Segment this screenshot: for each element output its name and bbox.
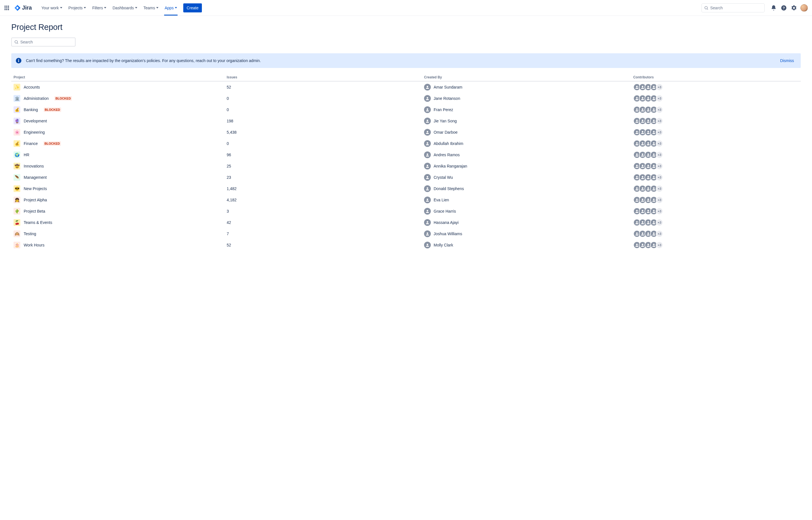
col-header-issues[interactable]: Issues	[225, 74, 422, 81]
app-switcher-icon	[4, 6, 9, 10]
contributor-more-count[interactable]: +3	[656, 162, 663, 170]
project-name: Administration	[24, 96, 49, 101]
contributor-more-count[interactable]: +3	[656, 196, 663, 204]
table-row[interactable]: 💰BankingBLOCKED0Fran Perez+3	[11, 104, 801, 115]
creator-avatar	[424, 140, 431, 147]
bell-icon	[770, 5, 777, 11]
contributor-avatar-stack[interactable]: +3	[633, 185, 663, 192]
contributor-avatar-stack[interactable]: +3	[633, 219, 663, 226]
table-row[interactable]: 🪶Management23Crystal Wu+3	[11, 172, 801, 183]
project-icon: 🤠	[14, 163, 20, 170]
contributor-avatar-stack[interactable]: +3	[633, 83, 663, 91]
contributor-more-count[interactable]: +3	[656, 241, 663, 249]
contributor-more-count[interactable]: +3	[656, 151, 663, 158]
contributor-more-count[interactable]: +3	[656, 230, 663, 237]
table-row[interactable]: 💰FinanceBLOCKED0Abdullah Ibrahim+3	[11, 138, 801, 149]
contributor-avatar-stack[interactable]: +3	[633, 208, 663, 215]
nav-item-apps[interactable]: Apps	[162, 0, 180, 16]
nav-item-projects[interactable]: Projects	[66, 0, 89, 16]
creator-name: Hassana Ajayi	[434, 220, 459, 225]
contributor-avatar-stack[interactable]: +3	[633, 129, 663, 136]
nav-item-your-work[interactable]: Your work	[38, 0, 65, 16]
project-name: Testing	[24, 232, 36, 236]
global-search-input[interactable]	[710, 6, 762, 10]
issues-count: 4,182	[225, 194, 422, 206]
table-row[interactable]: 🙉Testing7Joshua Williams+3	[11, 228, 801, 239]
page-search[interactable]	[11, 37, 76, 47]
app-switcher-button[interactable]	[2, 3, 11, 12]
contributor-more-count[interactable]: +3	[656, 219, 663, 226]
contributor-more-count[interactable]: +3	[656, 106, 663, 113]
col-header-created-by[interactable]: Created By	[422, 74, 631, 81]
settings-button[interactable]	[789, 3, 798, 12]
svg-point-0	[705, 6, 707, 9]
table-row[interactable]: 🎂Work Hours52Molly Clark+3	[11, 239, 801, 251]
contributor-avatar-stack[interactable]: +3	[633, 151, 663, 158]
create-button[interactable]: Create	[183, 3, 202, 12]
project-icon: 🏛️	[14, 95, 20, 102]
table-row[interactable]: 🔮Development198Jie Yan Song+3	[11, 115, 801, 127]
contributor-avatar-stack[interactable]: +3	[633, 140, 663, 147]
profile-button[interactable]	[800, 3, 809, 12]
contributor-avatar-stack[interactable]: +3	[633, 117, 663, 125]
svg-line-1	[707, 9, 708, 9]
help-icon: ?	[781, 5, 787, 11]
notifications-button[interactable]	[769, 3, 778, 12]
project-icon: 👧	[14, 197, 20, 203]
project-name: Finance	[24, 141, 38, 146]
info-icon	[16, 58, 21, 63]
contributor-avatar-stack[interactable]: +3	[633, 162, 663, 170]
table-row[interactable]: 👧Project Alpha4,182Eva Lien+3	[11, 194, 801, 206]
contributor-avatar-stack[interactable]: +3	[633, 174, 663, 181]
nav-item-teams[interactable]: Teams	[141, 0, 161, 16]
nav-item-dashboards[interactable]: Dashboards	[110, 0, 140, 16]
info-banner-dismiss[interactable]: Dismiss	[780, 58, 794, 63]
contributor-more-count[interactable]: +3	[656, 140, 663, 147]
contributor-more-count[interactable]: +3	[656, 174, 663, 181]
creator-name: Jie Yan Song	[434, 119, 457, 123]
help-button[interactable]: ?	[779, 3, 788, 12]
contributor-more-count[interactable]: +3	[656, 208, 663, 215]
table-row[interactable]: 🌵Project Beta3Grace Harris+3	[11, 206, 801, 217]
page-content: Project Report Can't find something? The…	[0, 16, 812, 264]
project-name: Teams & Events	[24, 220, 52, 225]
col-header-project[interactable]: Project	[11, 74, 225, 81]
table-row[interactable]: 😎New Projects1,482Donald Stephens+3	[11, 183, 801, 194]
svg-text:?: ?	[783, 6, 785, 10]
creator-avatar	[424, 84, 431, 90]
table-row[interactable]: 🍒Teams & Events42Hassana Ajayi+3	[11, 217, 801, 228]
project-icon: 🙉	[14, 230, 20, 237]
nav-item-label: Dashboards	[112, 6, 134, 10]
contributor-avatar-stack[interactable]: +3	[633, 106, 663, 113]
table-row[interactable]: 🌍HR96Andres Ramos+3	[11, 149, 801, 160]
global-search[interactable]	[702, 3, 765, 12]
col-header-contributors[interactable]: Contributors	[631, 74, 801, 81]
primary-nav: Your workProjectsFiltersDashboardsTeamsA…	[38, 0, 180, 16]
creator-avatar	[424, 106, 431, 113]
page-search-input[interactable]	[20, 40, 73, 44]
table-row[interactable]: 🌸Engineering5,438Omar Darboe+3	[11, 127, 801, 138]
contributor-avatar-stack[interactable]: +3	[633, 196, 663, 204]
creator-name: Crystal Wu	[434, 175, 453, 180]
contributor-avatar-stack[interactable]: +3	[633, 241, 663, 249]
contributor-avatar-stack[interactable]: +3	[633, 230, 663, 237]
chevron-down-icon	[135, 7, 137, 8]
jira-logo[interactable]: Jira	[14, 4, 32, 11]
table-row[interactable]: 🏛️AdministrationBLOCKED0Jane Rotanson+3	[11, 93, 801, 104]
chevron-down-icon	[60, 7, 62, 8]
contributor-more-count[interactable]: +3	[656, 129, 663, 136]
project-name: Project Beta	[24, 209, 45, 213]
table-row[interactable]: 🤠Innovations25Annika Rangarajan+3	[11, 160, 801, 172]
creator-avatar	[424, 174, 431, 181]
contributor-more-count[interactable]: +3	[656, 117, 663, 125]
contributor-more-count[interactable]: +3	[656, 83, 663, 91]
table-row[interactable]: ✨Accounts52Amar Sundaram+3	[11, 81, 801, 93]
contributor-more-count[interactable]: +3	[656, 185, 663, 192]
nav-item-filters[interactable]: Filters	[89, 0, 109, 16]
chevron-down-icon	[104, 7, 106, 8]
svg-point-7	[18, 59, 19, 60]
contributor-avatar-stack[interactable]: +3	[633, 95, 663, 102]
creator-name: Andres Ramos	[434, 153, 460, 157]
chevron-down-icon	[84, 7, 86, 8]
contributor-more-count[interactable]: +3	[656, 95, 663, 102]
